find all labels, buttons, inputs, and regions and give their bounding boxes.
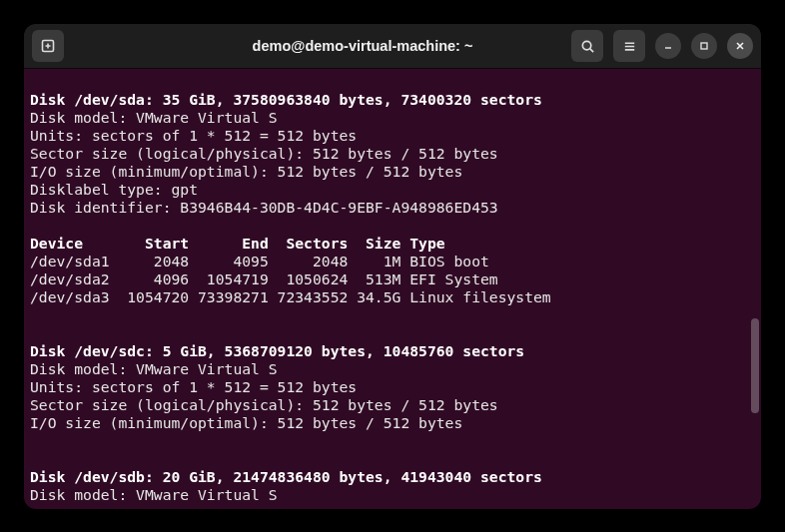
new-tab-button[interactable]	[32, 30, 64, 62]
titlebar-left-controls	[32, 30, 172, 62]
terminal-line: Units: sectors of 1 * 512 = 512 bytes	[30, 127, 357, 144]
partition-row: /dev/sda3 1054720 73398271 72343552 34.5…	[30, 288, 551, 305]
svg-rect-9	[701, 43, 707, 49]
maximize-button[interactable]	[691, 33, 717, 59]
terminal-line: I/O size (minimum/optimal): 512 bytes / …	[30, 163, 462, 180]
titlebar: demo@demo-virtual-machine: ~	[24, 24, 761, 69]
svg-line-4	[589, 48, 592, 51]
terminal-line: Disk model: VMware Virtual S	[30, 486, 278, 503]
minimize-button[interactable]	[655, 33, 681, 59]
terminal-line: Disk model: VMware Virtual S	[30, 360, 278, 377]
search-button[interactable]	[571, 30, 603, 62]
terminal-line: Units: sectors of 1 * 512 = 512 bytes	[30, 378, 357, 395]
partition-table-header: Device Start End Sectors Size Type	[30, 235, 445, 252]
terminal-line: Disk model: VMware Virtual S	[30, 109, 278, 126]
window-title: demo@demo-virtual-machine: ~	[172, 38, 553, 54]
disk-sdc-header: Disk /dev/sdc: 5 GiB, 5368709120 bytes, …	[30, 342, 524, 359]
scrollbar-thumb[interactable]	[751, 318, 759, 413]
terminal-line: Disklabel type: gpt	[30, 181, 198, 198]
terminal-body[interactable]: Disk /dev/sda: 35 GiB, 37580963840 bytes…	[24, 69, 761, 509]
menu-button[interactable]	[613, 30, 645, 62]
terminal-line: I/O size (minimum/optimal): 512 bytes / …	[30, 414, 462, 431]
partition-row: /dev/sda2 4096 1054719 1050624 513M EFI …	[30, 270, 498, 287]
terminal-line: Sector size (logical/physical): 512 byte…	[30, 145, 498, 162]
disk-sdb-header: Disk /dev/sdb: 20 GiB, 21474836480 bytes…	[30, 468, 542, 485]
terminal-line: Sector size (logical/physical): 512 byte…	[30, 396, 498, 413]
terminal-window: demo@demo-virtual-machine: ~	[24, 24, 761, 509]
terminal-line: Disk identifier: B3946B44-30DB-4D4C-9EBF…	[30, 199, 498, 216]
partition-row: /dev/sda1 2048 4095 2048 1M BIOS boot	[30, 253, 489, 269]
close-button[interactable]	[727, 33, 753, 59]
titlebar-right-controls	[553, 30, 753, 62]
disk-sda-header: Disk /dev/sda: 35 GiB, 37580963840 bytes…	[30, 91, 542, 108]
svg-point-3	[582, 41, 590, 49]
